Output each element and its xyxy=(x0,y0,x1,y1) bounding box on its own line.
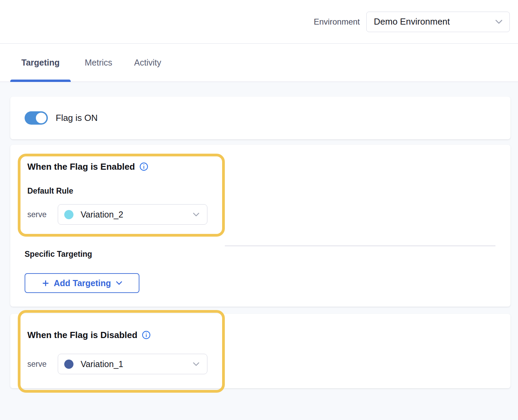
tab-metrics[interactable]: Metrics xyxy=(85,44,112,82)
specific-targeting-heading: Specific Targeting xyxy=(25,250,510,259)
tab-bar: Targeting Metrics Activity xyxy=(0,44,518,82)
serve-label: serve xyxy=(27,210,58,219)
variation-select-value: Variation_2 xyxy=(81,210,123,220)
chevron-down-icon xyxy=(193,362,200,366)
plus-icon xyxy=(42,279,50,287)
tab-targeting[interactable]: Targeting xyxy=(10,44,71,82)
chevron-down-icon xyxy=(495,19,503,24)
flag-toggle-knob xyxy=(36,113,46,123)
serve-label: serve xyxy=(27,360,58,369)
flag-disabled-title: When the Flag is Disabled xyxy=(27,330,137,340)
flag-disabled-card: When the Flag is Disabled serve Variatio… xyxy=(10,314,510,388)
environment-select[interactable]: Demo Environment xyxy=(366,12,510,32)
section-divider xyxy=(225,246,495,246)
flag-toggle[interactable] xyxy=(25,111,48,125)
info-icon[interactable] xyxy=(139,162,148,171)
flag-disabled-highlight-box: When the Flag is Disabled serve Variatio… xyxy=(18,310,225,393)
active-tab-indicator xyxy=(10,80,71,82)
environment-label: Environment xyxy=(314,17,360,27)
flag-enabled-card: When the Flag is Enabled Default Rule se… xyxy=(10,145,510,307)
variation-color-dot xyxy=(64,360,73,369)
chevron-down-icon xyxy=(193,212,200,217)
tab-metrics-label: Metrics xyxy=(85,58,112,68)
disabled-serve-row: serve Variation_1 xyxy=(25,354,222,374)
default-rule-variation-select[interactable]: Variation_2 xyxy=(58,204,207,225)
flag-status-label: Flag is ON xyxy=(56,113,98,123)
page-header: Environment Demo Environment xyxy=(0,0,518,44)
disabled-variation-select[interactable]: Variation_1 xyxy=(58,354,207,374)
default-rule-serve-row: serve Variation_2 xyxy=(25,204,222,225)
flag-status-card: Flag is ON xyxy=(10,97,510,139)
environment-select-value: Demo Environment xyxy=(374,16,450,27)
flag-enabled-title: When the Flag is Enabled xyxy=(27,162,135,172)
tab-targeting-label: Targeting xyxy=(21,58,59,68)
chevron-down-icon xyxy=(116,281,122,285)
add-targeting-button[interactable]: Add Targeting xyxy=(25,273,139,293)
variation-select-value: Variation_1 xyxy=(81,359,123,369)
flag-enabled-highlight-box: When the Flag is Enabled Default Rule se… xyxy=(18,154,225,237)
default-rule-heading: Default Rule xyxy=(25,186,222,196)
info-icon[interactable] xyxy=(142,331,151,339)
add-targeting-button-label: Add Targeting xyxy=(54,278,111,288)
targeting-panel: Flag is ON When the Flag is Enabled Defa… xyxy=(0,82,518,420)
tab-activity[interactable]: Activity xyxy=(134,44,161,82)
variation-color-dot xyxy=(64,210,73,219)
tab-activity-label: Activity xyxy=(134,58,161,68)
